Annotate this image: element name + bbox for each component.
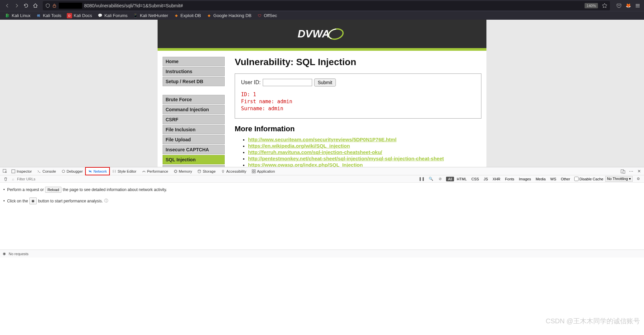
more-icon[interactable]: ⋯ bbox=[627, 168, 635, 175]
responsive-mode-icon[interactable] bbox=[619, 168, 627, 175]
filter-images[interactable]: Images bbox=[517, 177, 533, 181]
network-empty-state: • Perform a request or Reload the page t… bbox=[0, 183, 644, 249]
network-icon bbox=[88, 169, 92, 173]
sidebar-item[interactable]: File Inclusion bbox=[163, 125, 225, 134]
filter-xhr[interactable]: XHR bbox=[491, 177, 502, 181]
nethunter-icon: 📱 bbox=[133, 13, 138, 18]
disable-cache-checkbox[interactable]: Disable Cache bbox=[574, 177, 604, 181]
devtools-tab-accessibility[interactable]: Accessibility bbox=[218, 167, 249, 175]
star-icon[interactable] bbox=[602, 3, 607, 8]
info-link[interactable]: http://ferruh.mavituna.com/sql-injection… bbox=[248, 149, 382, 155]
filter-html[interactable]: HTML bbox=[455, 177, 469, 181]
bookmark-ghdb[interactable]: ◆Google Hacking DB bbox=[204, 12, 253, 19]
info-link[interactable]: https://en.wikipedia.org/wiki/SQL_inject… bbox=[248, 143, 350, 149]
bookmarks-bar: 🐉Kali Linux 🛠Kali Tools DKali Docs 💬Kali… bbox=[0, 11, 644, 20]
bookmark-kali-docs[interactable]: DKali Docs bbox=[65, 12, 94, 19]
filter-all[interactable]: All bbox=[446, 177, 454, 181]
devtools-tab-application[interactable]: Application bbox=[249, 167, 278, 175]
sidebar-item[interactable]: Brute Force bbox=[163, 95, 225, 104]
bookmark-exploit-db[interactable]: ◆Exploit-DB bbox=[172, 12, 203, 19]
sidebar-item[interactable]: CSRF bbox=[163, 115, 225, 124]
filter-other[interactable]: Other bbox=[559, 177, 572, 181]
bookmark-kali-forums[interactable]: 💬Kali Forums bbox=[95, 12, 130, 19]
sidebar-item[interactable]: SQL Injection (Blind) bbox=[163, 165, 225, 167]
devtools-tab-network[interactable]: Network bbox=[85, 167, 110, 175]
more-info-heading: More Information bbox=[235, 125, 481, 133]
home-button[interactable] bbox=[31, 1, 40, 10]
accent-bar bbox=[158, 48, 486, 51]
devtools-tab-inspector[interactable]: Inspector bbox=[9, 167, 34, 175]
filter-urls-input[interactable] bbox=[17, 177, 57, 181]
address-bar[interactable]: 8080/vulnerabilities/sqli/?id=1&Submit=S… bbox=[43, 1, 610, 10]
block-icon[interactable]: ⊘ bbox=[437, 175, 444, 183]
pause-icon[interactable]: ❚❚ bbox=[418, 175, 425, 183]
more-info-links: http://www.securiteam.com/securityreview… bbox=[235, 137, 481, 167]
filter-media[interactable]: Media bbox=[533, 177, 548, 181]
dragon-icon: 🐉 bbox=[5, 13, 10, 18]
main-content: Vulnerability: SQL Injection User ID: Su… bbox=[235, 57, 481, 167]
reload-page-button[interactable]: Reload bbox=[45, 187, 61, 193]
console-icon bbox=[37, 169, 41, 173]
sidebar-item[interactable]: Home bbox=[163, 57, 225, 66]
devtools-tab-debugger[interactable]: Debugger bbox=[59, 167, 85, 175]
trash-icon[interactable] bbox=[2, 175, 9, 183]
performance-icon bbox=[142, 169, 146, 173]
devtools-panel: InspectorConsoleDebuggerNetworkStyle Edi… bbox=[0, 167, 644, 258]
sidebar-item[interactable]: Instructions bbox=[163, 67, 225, 76]
back-button[interactable] bbox=[3, 1, 12, 10]
devtools-tab-performance[interactable]: Performance bbox=[139, 167, 171, 175]
bookmark-kali-tools[interactable]: 🛠Kali Tools bbox=[34, 12, 63, 19]
pick-element-icon[interactable] bbox=[1, 168, 9, 175]
gear-icon[interactable]: ⚙ bbox=[635, 175, 642, 183]
storage-icon bbox=[197, 169, 201, 173]
devtools-tab-memory[interactable]: Memory bbox=[171, 167, 195, 175]
bookmark-offsec[interactable]: 🛡OffSec bbox=[255, 12, 279, 19]
close-devtools-icon[interactable]: ✕ bbox=[635, 168, 643, 175]
filter-js[interactable]: JS bbox=[482, 177, 490, 181]
sidebar-item[interactable]: File Upload bbox=[163, 135, 225, 144]
devtools-tab-console[interactable]: Console bbox=[34, 167, 58, 175]
accessibility-icon bbox=[221, 169, 225, 173]
search-icon[interactable]: 🔍 bbox=[427, 175, 435, 183]
forward-button[interactable] bbox=[12, 1, 21, 10]
memory-icon bbox=[174, 169, 178, 173]
sidebar-item[interactable]: Insecure CAPTCHA bbox=[163, 145, 225, 154]
devtools-tab-style-editor[interactable]: Style Editor bbox=[110, 167, 139, 175]
sidebar-item[interactable]: SQL Injection bbox=[163, 155, 225, 164]
list-item: http://www.securiteam.com/securityreview… bbox=[248, 137, 481, 142]
user-id-input[interactable] bbox=[263, 79, 312, 86]
firefox-icon[interactable]: 🦊 bbox=[625, 2, 632, 9]
info-link[interactable]: https://www.owasp.org/index.php/SQL_Inje… bbox=[248, 162, 363, 167]
devtools-statusbar: ◉ No requests bbox=[0, 249, 644, 258]
svg-rect-6 bbox=[175, 170, 177, 172]
filter-icon: ⌕ bbox=[12, 177, 14, 181]
devtools-tab-storage[interactable]: Storage bbox=[195, 167, 218, 175]
svg-rect-12 bbox=[254, 172, 255, 173]
user-id-label: User ID: bbox=[241, 79, 261, 86]
filter-ws[interactable]: WS bbox=[548, 177, 558, 181]
submit-button[interactable]: Submit bbox=[314, 78, 336, 87]
bookmark-kali-linux[interactable]: 🐉Kali Linux bbox=[3, 12, 32, 19]
debugger-icon bbox=[61, 169, 65, 173]
url-host-masked bbox=[59, 3, 82, 9]
sidebar-item[interactable]: Command Injection bbox=[163, 105, 225, 114]
reload-button[interactable] bbox=[21, 1, 31, 10]
menu-icon[interactable] bbox=[634, 2, 641, 9]
bookmark-kali-nethunter[interactable]: 📱Kali NetHunter bbox=[131, 12, 170, 19]
pocket-icon[interactable] bbox=[615, 2, 623, 9]
info-link[interactable]: http://www.securiteam.com/securityreview… bbox=[248, 137, 397, 142]
zoom-badge[interactable]: 140% bbox=[585, 3, 598, 8]
style editor-icon bbox=[112, 169, 116, 173]
inspector-icon bbox=[11, 169, 15, 173]
filter-css[interactable]: CSS bbox=[469, 177, 481, 181]
filter-fonts[interactable]: Fonts bbox=[503, 177, 516, 181]
help-icon[interactable]: ⓘ bbox=[104, 198, 108, 204]
forums-icon: 💬 bbox=[97, 13, 103, 18]
info-link[interactable]: http://pentestmonkey.net/cheat-sheet/sql… bbox=[248, 156, 444, 161]
stopwatch-icon[interactable]: ◉ bbox=[29, 197, 37, 204]
network-filterbar: ⌕ ❚❚ 🔍 ⊘ AllHTMLCSSJSXHRFontsImagesMedia… bbox=[0, 175, 644, 183]
svg-rect-4 bbox=[12, 170, 15, 173]
sidebar-item[interactable]: Setup / Reset DB bbox=[163, 77, 225, 86]
throttle-select[interactable]: No Throttling ▾ bbox=[605, 176, 633, 182]
page-viewport: DVWA HomeInstructionsSetup / Reset DB Br… bbox=[0, 20, 644, 167]
